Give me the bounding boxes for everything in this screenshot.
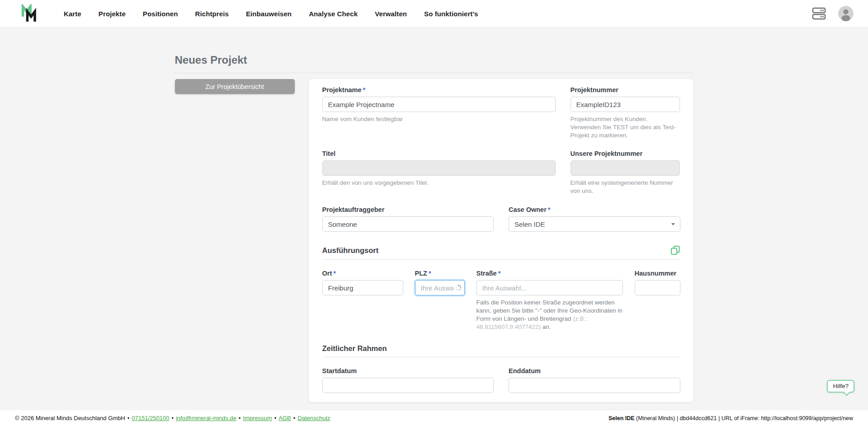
projektname-input[interactable]	[322, 97, 556, 112]
footer-iframe-info: (Mineral Minds) | dbd44dccd621 | URL of …	[635, 415, 853, 421]
required-marker: *	[363, 86, 366, 94]
nav-right-actions	[812, 6, 854, 21]
loading-spinner-icon	[455, 285, 462, 293]
projektauftraggeber-input[interactable]	[322, 216, 494, 232]
strasse-label: Straße*	[476, 270, 623, 277]
unsere-projektnummer-input	[571, 160, 680, 176]
case-owner-select[interactable]: Selen IDE	[509, 216, 680, 232]
plz-label: PLZ*	[415, 270, 465, 277]
field-plz: PLZ*	[415, 270, 465, 295]
startdatum-label: Startdatum	[322, 367, 494, 375]
projektnummer-input[interactable]	[571, 97, 680, 112]
projektnummer-label: Projektnummer	[571, 86, 680, 94]
required-marker: *	[429, 270, 431, 277]
field-hausnummer: Hausnummer	[635, 270, 680, 295]
field-titel: Titel Erhält den von uns vorgegebenen Ti…	[322, 150, 556, 187]
chevron-down-icon	[671, 223, 675, 225]
section-title-ausfuehrungsort: Ausführungsort	[322, 246, 379, 255]
nav-item-analyse-check[interactable]: Analyse Check	[309, 10, 358, 18]
enddatum-input[interactable]	[509, 378, 680, 393]
titel-input	[322, 160, 556, 176]
footer-link-agb[interactable]: AGB	[278, 415, 291, 421]
ort-input[interactable]	[322, 280, 403, 295]
startdatum-input[interactable]	[322, 378, 494, 393]
hausnummer-input[interactable]	[635, 280, 680, 295]
nav-item-positionen[interactable]: Positionen	[143, 10, 178, 18]
project-form-card: Projektname* Name vom Kunden festlegbar …	[309, 79, 693, 402]
footer-link-email[interactable]: info@mineral-minds.de	[176, 415, 236, 421]
footer-link-datenschutz[interactable]: Datenschutz	[297, 415, 330, 421]
field-startdatum: Startdatum	[322, 367, 494, 393]
required-marker: *	[498, 270, 501, 277]
footer-copyright: © 2026 Mineral Minds Deutschland GmbH	[15, 415, 125, 421]
projektname-label: Projektname*	[322, 86, 556, 94]
section-divider	[322, 259, 680, 260]
projektnummer-helper: Projektnummer des Kunden. Verwenden Sie …	[571, 115, 680, 139]
main-menu: Karte Projekte Positionen Richtpreis Ein…	[64, 10, 478, 18]
page-title: Neues Projekt	[175, 54, 693, 66]
strasse-input[interactable]	[476, 280, 623, 295]
nav-item-so-funktionierts[interactable]: So funktioniert's	[424, 10, 478, 18]
main-content: Neues Projekt Zur Projektübersicht Proje…	[175, 28, 693, 426]
nav-item-karte[interactable]: Karte	[64, 10, 81, 18]
footer-user-name: Selen IDE	[609, 415, 635, 421]
field-projektname: Projektname* Name vom Kunden festlegbar	[322, 86, 556, 123]
hausnummer-label: Hausnummer	[635, 270, 680, 277]
nav-item-richtpreis[interactable]: Richtpreis	[195, 10, 229, 18]
nav-item-verwalten[interactable]: Verwalten	[375, 10, 407, 18]
top-navigation: Karte Projekte Positionen Richtpreis Ein…	[0, 0, 868, 28]
titel-helper: Erhält den von uns vorgegebenen Titel.	[322, 179, 556, 187]
footer-session-info: Selen IDE (Mineral Minds) | dbd44dccd621…	[609, 415, 853, 421]
field-strasse: Straße* Falls die Position keiner Straße…	[476, 270, 623, 331]
footer-link-phone[interactable]: 07151/250100	[132, 415, 169, 421]
zur-projektuebersicht-button[interactable]: Zur Projektübersicht	[175, 79, 295, 94]
ort-label: Ort*	[322, 270, 403, 277]
field-projektauftraggeber: Projektauftraggeber	[322, 206, 494, 232]
footer-left: © 2026 Mineral Minds Deutschland GmbH•07…	[15, 415, 330, 421]
section-title-zeitlicher-rahmen: Zeitlicher Rahmen	[322, 344, 387, 353]
nav-item-einbauweisen[interactable]: Einbauweisen	[246, 10, 292, 18]
case-owner-label: Case Owner*	[509, 206, 680, 213]
strasse-helper: Falls die Position keiner Straße zugeord…	[476, 299, 623, 331]
footer-link-impressum[interactable]: Impressum	[243, 415, 272, 421]
required-marker: *	[548, 206, 551, 213]
case-owner-selected-value: Selen IDE	[514, 220, 545, 228]
nav-item-projekte[interactable]: Projekte	[99, 10, 126, 18]
user-avatar-icon[interactable]	[838, 6, 854, 21]
server-icon[interactable]	[812, 7, 826, 20]
enddatum-label: Enddatum	[509, 367, 680, 375]
field-enddatum: Enddatum	[509, 367, 680, 393]
footer: © 2026 Mineral Minds Deutschland GmbH•07…	[0, 410, 868, 426]
help-button[interactable]: Hilfe?	[827, 380, 854, 393]
field-projektnummer: Projektnummer Projektnummer des Kunden. …	[571, 86, 680, 139]
section-divider	[322, 357, 680, 357]
projektname-helper: Name vom Kunden festlegbar	[322, 115, 556, 123]
copy-icon[interactable]	[670, 245, 680, 255]
unsere-projektnummer-helper: Erhält eine systemgenerierte Nummer von …	[571, 179, 680, 195]
required-marker: *	[333, 270, 336, 277]
titel-label: Titel	[322, 150, 556, 157]
field-ort: Ort*	[322, 270, 403, 295]
field-case-owner: Case Owner* Selen IDE	[509, 206, 680, 232]
unsere-projektnummer-label: Unsere Projektnummer	[571, 150, 680, 157]
title-divider	[175, 73, 693, 73]
mineral-minds-logo-icon[interactable]	[20, 4, 39, 23]
field-unsere-projektnummer: Unsere Projektnummer Erhält eine systemg…	[571, 150, 680, 195]
projektauftraggeber-label: Projektauftraggeber	[322, 206, 494, 213]
